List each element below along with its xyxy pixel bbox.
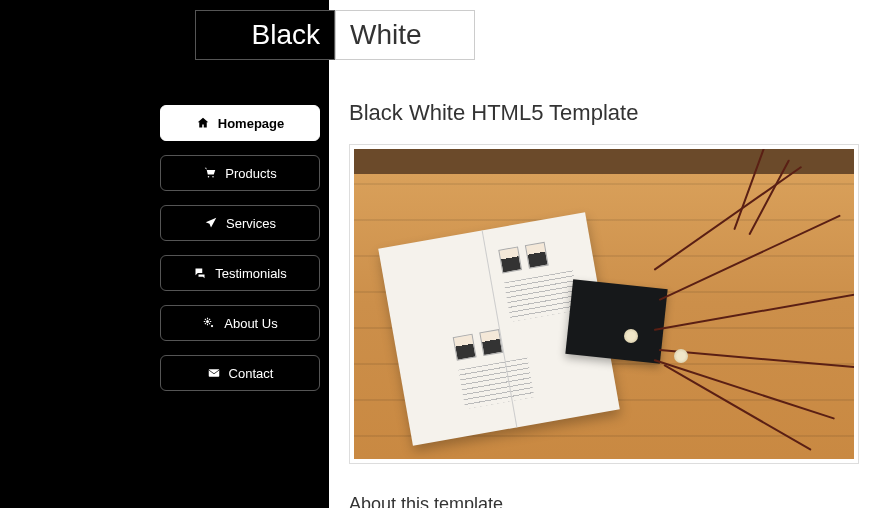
home-icon <box>196 116 210 130</box>
svg-point-1 <box>213 176 215 178</box>
nav-label: Contact <box>229 366 274 381</box>
nav-services[interactable]: Services <box>160 205 320 241</box>
svg-point-3 <box>211 325 213 327</box>
svg-point-2 <box>206 320 209 323</box>
main-nav: Homepage Products Services Testimonials <box>160 105 320 405</box>
plane-icon <box>204 216 218 230</box>
page-title: Black White HTML5 Template <box>349 100 859 126</box>
svg-point-0 <box>208 176 210 178</box>
nav-label: Products <box>225 166 276 181</box>
nav-products[interactable]: Products <box>160 155 320 191</box>
nav-label: About Us <box>224 316 277 331</box>
subsection-title: About this template <box>349 494 859 508</box>
comments-icon <box>193 266 207 280</box>
nav-contact[interactable]: Contact <box>160 355 320 391</box>
svg-rect-4 <box>208 369 219 377</box>
main-content: Black White HTML5 Template <box>329 0 889 508</box>
hero-image-frame <box>349 144 859 464</box>
black-card-graphic <box>565 279 667 364</box>
nav-label: Homepage <box>218 116 284 131</box>
nav-label: Testimonials <box>215 266 287 281</box>
nav-homepage[interactable]: Homepage <box>160 105 320 141</box>
envelope-icon <box>207 366 221 380</box>
cart-icon <box>203 166 217 180</box>
app-root: Black White Homepage Products Serv <box>0 0 889 508</box>
nav-aboutus[interactable]: About Us <box>160 305 320 341</box>
logo-left: Black <box>195 10 335 60</box>
nav-testimonials[interactable]: Testimonials <box>160 255 320 291</box>
gears-icon <box>202 316 216 330</box>
hero-image <box>354 149 854 459</box>
sidebar: Black White Homepage Products Serv <box>0 0 329 508</box>
nav-label: Services <box>226 216 276 231</box>
